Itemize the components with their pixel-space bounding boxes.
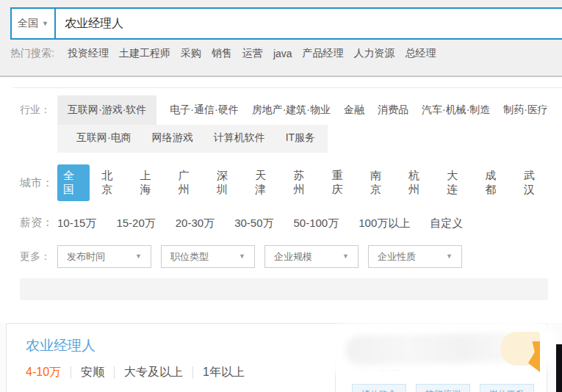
- city-option[interactable]: 重庆: [332, 169, 353, 197]
- job-type-dropdown[interactable]: 职位类型 ▼: [161, 245, 255, 268]
- dropdown-value: 企业性质: [378, 250, 416, 264]
- hot-keyword[interactable]: 采购: [181, 47, 201, 60]
- city-option[interactable]: 深圳: [217, 169, 237, 197]
- job-tags: 绩效奖金 技能培训 岗位晋升: [352, 384, 544, 392]
- job-experience: 1年以上: [203, 365, 245, 380]
- dropdown-value: 发布时间: [67, 250, 105, 264]
- city-filter-row: 城市： 全国 北京 上海 广州 深圳 天津 苏州 重庆 南京 杭州 大连 成都 …: [0, 164, 562, 201]
- salary-option[interactable]: 自定义: [430, 216, 463, 231]
- city-option[interactable]: 上海: [140, 169, 160, 197]
- sub-industry-option[interactable]: 互联网·电商: [76, 131, 132, 145]
- industry-option[interactable]: 汽车·机械·制造: [422, 95, 490, 125]
- publish-time-dropdown[interactable]: 发布时间 ▼: [57, 245, 151, 268]
- job-title-link[interactable]: 农业经理人: [26, 336, 96, 355]
- industry-option-selected[interactable]: 互联网·游戏·软件: [57, 95, 156, 125]
- divider: [114, 366, 115, 379]
- hot-keyword[interactable]: 总经理: [406, 47, 436, 60]
- job-city: 安顺: [81, 365, 104, 380]
- city-option[interactable]: 南京: [370, 169, 391, 197]
- job-tag[interactable]: 岗位晋升: [480, 384, 534, 392]
- more-label: 更多：: [20, 250, 57, 264]
- company-size-dropdown[interactable]: 企业规模 ▼: [264, 245, 359, 268]
- city-label: 城市：: [20, 176, 57, 190]
- empty-filter-band: [20, 278, 548, 300]
- industry-options: 互联网·游戏·软件 电子·通信·硬件 房地产·建筑·物业 金融 消费品 汽车·机…: [57, 95, 561, 125]
- search-box: 全国 ▼: [10, 7, 562, 40]
- filter-panel: 行业： 互联网·游戏·软件 电子·通信·硬件 房地产·建筑·物业 金融 消费品 …: [0, 87, 562, 306]
- sub-industry-option[interactable]: 网络游戏: [152, 131, 193, 145]
- hot-keyword[interactable]: 产品经理: [303, 47, 344, 60]
- job-tag[interactable]: 技能培训: [416, 384, 470, 392]
- caret-down-icon: ▼: [342, 253, 349, 260]
- caret-down-icon: ▼: [42, 21, 48, 27]
- dropdown-value: 企业规模: [274, 250, 312, 264]
- more-filter-row: 更多： 发布时间 ▼ 职位类型 ▼ 企业规模 ▼ 企业性质 ▼: [0, 245, 562, 268]
- city-option[interactable]: 苏州: [293, 169, 314, 197]
- city-option[interactable]: 北京: [101, 169, 122, 197]
- caret-down-icon: ▼: [135, 253, 142, 260]
- caret-down-icon: ▼: [446, 253, 453, 260]
- sub-industry-option[interactable]: 计算机软件: [214, 131, 265, 145]
- city-option[interactable]: 大连: [447, 169, 467, 197]
- industry-option[interactable]: 房地产·建筑·物业: [252, 95, 331, 125]
- caret-down-icon: ▼: [239, 253, 245, 260]
- salary-option[interactable]: 100万以上: [359, 216, 410, 231]
- region-dropdown[interactable]: 全国 ▼: [12, 9, 56, 38]
- divider: [192, 366, 193, 379]
- search-input[interactable]: [56, 9, 562, 38]
- company-nature-dropdown[interactable]: 企业性质 ▼: [368, 245, 462, 268]
- industry-option[interactable]: 电子·通信·硬件: [170, 95, 238, 125]
- salary-option[interactable]: 20-30万: [176, 216, 215, 231]
- hot-search-label: 热门搜索:: [10, 47, 54, 60]
- salary-option[interactable]: 15-20万: [116, 216, 155, 231]
- dropdown-value: 职位类型: [170, 250, 209, 264]
- city-option[interactable]: 杭州: [408, 169, 429, 197]
- divider: [71, 366, 71, 379]
- sub-industry-option[interactable]: IT服务: [286, 131, 315, 145]
- salary-option[interactable]: 30-50万: [234, 216, 273, 231]
- results-section: 农业经理人 4-10万 安顺 大专及以上 1年以上 2019-04-16 投递后…: [0, 323, 562, 392]
- city-option[interactable]: 天津: [255, 169, 275, 197]
- salary-label: 薪资：: [20, 216, 57, 231]
- hot-search-row: 热门搜索: 投资经理 土建工程师 采购 销售 运营 java 产品经理 人力资源…: [10, 47, 562, 60]
- hot-keyword[interactable]: 土建工程师: [119, 47, 170, 60]
- salary-option[interactable]: 10-15万: [57, 216, 96, 231]
- hot-keyword[interactable]: java: [273, 48, 292, 59]
- region-label: 全国: [18, 17, 38, 30]
- sub-industry-panel: 互联网·电商 网络游戏 计算机软件 IT服务: [57, 125, 328, 153]
- hot-keyword[interactable]: 投资经理: [68, 47, 109, 60]
- salary-option[interactable]: 50-100万: [294, 216, 339, 231]
- city-option-selected[interactable]: 全国: [57, 164, 90, 201]
- city-option[interactable]: 成都: [486, 169, 506, 197]
- job-salary: 4-10万: [26, 365, 61, 380]
- hot-keyword[interactable]: 人力资源: [354, 47, 395, 60]
- salary-filter-row: 薪资： 10-15万 15-20万 20-30万 30-50万 50-100万 …: [0, 216, 562, 231]
- industry-label: 行业：: [20, 104, 57, 117]
- industry-filter-row: 行业： 互联网·游戏·软件 电子·通信·硬件 房地产·建筑·物业 金融 消费品 …: [0, 95, 562, 125]
- city-option[interactable]: 广州: [179, 169, 199, 197]
- job-education: 大专及以上: [124, 365, 183, 380]
- search-header: 全国 ▼ 热门搜索: 投资经理 土建工程师 采购 销售 运营 java 产品经理…: [0, 0, 562, 77]
- industry-option[interactable]: 金融: [344, 95, 364, 125]
- city-option[interactable]: 武汉: [524, 169, 544, 197]
- hot-keyword[interactable]: 运营: [242, 47, 263, 60]
- page: 全国 ▼ 热门搜索: 投资经理 土建工程师 采购 销售 运营 java 产品经理…: [0, 0, 562, 392]
- hot-keyword[interactable]: 销售: [212, 47, 232, 60]
- edge-image-fragment: [556, 344, 562, 392]
- industry-option[interactable]: 制药·医疗: [503, 95, 548, 125]
- job-tag[interactable]: 绩效奖金: [352, 384, 406, 392]
- divider: [12, 87, 562, 88]
- industry-option[interactable]: 消费品: [378, 95, 408, 125]
